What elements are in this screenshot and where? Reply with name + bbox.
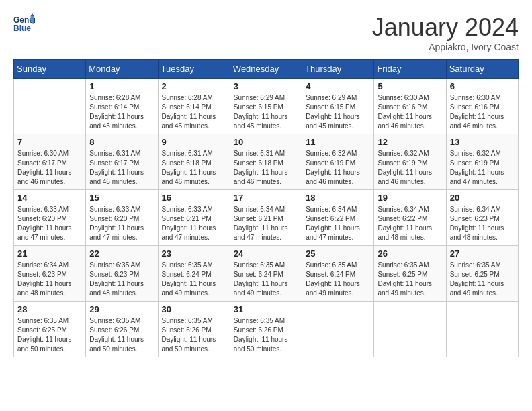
- day-info: Sunrise: 6:35 AMSunset: 6:23 PMDaylight:…: [89, 261, 154, 298]
- day-number: 15: [89, 193, 154, 203]
- calendar-day: 26 Sunrise: 6:35 AMSunset: 6:25 PMDaylig…: [374, 246, 446, 302]
- title-block: January 2024 Appiakro, Ivory Coast: [372, 13, 519, 52]
- day-info: Sunrise: 6:35 AMSunset: 6:26 PMDaylight:…: [162, 316, 226, 354]
- calendar-day: 16 Sunrise: 6:33 AMSunset: 6:21 PMDaylig…: [158, 190, 230, 246]
- day-number: 13: [450, 137, 515, 147]
- day-info: Sunrise: 6:31 AMSunset: 6:18 PMDaylight:…: [234, 149, 298, 187]
- calendar-day: 10 Sunrise: 6:31 AMSunset: 6:18 PMDaylig…: [230, 134, 302, 190]
- calendar-day: 22 Sunrise: 6:35 AMSunset: 6:23 PMDaylig…: [86, 246, 158, 302]
- calendar-day: 31 Sunrise: 6:35 AMSunset: 6:26 PMDaylig…: [230, 302, 302, 357]
- calendar-day: 4 Sunrise: 6:29 AMSunset: 6:15 PMDayligh…: [302, 79, 374, 134]
- day-number: 14: [17, 193, 82, 203]
- calendar-day: [14, 79, 86, 134]
- day-number: 2: [162, 81, 226, 91]
- calendar-day: 6 Sunrise: 6:30 AMSunset: 6:16 PMDayligh…: [446, 79, 518, 134]
- month-title: January 2024: [372, 13, 519, 42]
- day-info: Sunrise: 6:30 AMSunset: 6:17 PMDaylight:…: [17, 149, 82, 187]
- calendar-day: 5 Sunrise: 6:30 AMSunset: 6:16 PMDayligh…: [374, 79, 446, 134]
- calendar-week: 28 Sunrise: 6:35 AMSunset: 6:25 PMDaylig…: [14, 302, 519, 357]
- calendar-day: 2 Sunrise: 6:28 AMSunset: 6:14 PMDayligh…: [158, 79, 230, 134]
- day-number: 20: [450, 193, 515, 203]
- day-number: 23: [162, 248, 226, 259]
- calendar-day: 20 Sunrise: 6:34 AMSunset: 6:23 PMDaylig…: [446, 190, 518, 246]
- day-info: Sunrise: 6:34 AMSunset: 6:22 PMDaylight:…: [378, 205, 442, 242]
- calendar-day: 12 Sunrise: 6:32 AMSunset: 6:19 PMDaylig…: [374, 134, 446, 190]
- day-number: 27: [450, 248, 515, 259]
- day-info: Sunrise: 6:34 AMSunset: 6:22 PMDaylight:…: [306, 205, 370, 242]
- day-info: Sunrise: 6:34 AMSunset: 6:21 PMDaylight:…: [234, 205, 298, 242]
- logo: General Blue: [13, 13, 35, 35]
- day-info: Sunrise: 6:34 AMSunset: 6:23 PMDaylight:…: [450, 205, 515, 242]
- calendar-day: 25 Sunrise: 6:35 AMSunset: 6:24 PMDaylig…: [302, 246, 374, 302]
- day-header: Thursday: [302, 60, 374, 79]
- calendar-day: 24 Sunrise: 6:35 AMSunset: 6:24 PMDaylig…: [230, 246, 302, 302]
- day-info: Sunrise: 6:35 AMSunset: 6:26 PMDaylight:…: [89, 316, 154, 354]
- calendar-day: 3 Sunrise: 6:29 AMSunset: 6:15 PMDayligh…: [230, 79, 302, 134]
- day-number: 11: [306, 137, 370, 147]
- day-number: 31: [234, 304, 298, 314]
- day-number: 3: [234, 81, 298, 91]
- day-number: 22: [89, 248, 154, 259]
- day-info: Sunrise: 6:35 AMSunset: 6:25 PMDaylight:…: [378, 261, 442, 298]
- calendar-day: 30 Sunrise: 6:35 AMSunset: 6:26 PMDaylig…: [158, 302, 230, 357]
- calendar-day: [446, 302, 518, 357]
- page-header: General Blue January 2024 Appiakro, Ivor…: [13, 13, 519, 52]
- day-number: 17: [234, 193, 298, 203]
- calendar-day: 23 Sunrise: 6:35 AMSunset: 6:24 PMDaylig…: [158, 246, 230, 302]
- svg-marker-3: [31, 13, 34, 16]
- day-number: 1: [89, 81, 154, 91]
- day-number: 21: [17, 248, 82, 259]
- day-number: 16: [162, 193, 226, 203]
- calendar-day: 1 Sunrise: 6:28 AMSunset: 6:14 PMDayligh…: [86, 79, 158, 134]
- calendar-day: 21 Sunrise: 6:34 AMSunset: 6:23 PMDaylig…: [14, 246, 86, 302]
- day-info: Sunrise: 6:32 AMSunset: 6:19 PMDaylight:…: [450, 149, 515, 187]
- subtitle: Appiakro, Ivory Coast: [372, 42, 519, 52]
- day-info: Sunrise: 6:31 AMSunset: 6:18 PMDaylight:…: [162, 149, 226, 187]
- calendar-body: 1 Sunrise: 6:28 AMSunset: 6:14 PMDayligh…: [14, 79, 519, 357]
- calendar-day: 13 Sunrise: 6:32 AMSunset: 6:19 PMDaylig…: [446, 134, 518, 190]
- day-info: Sunrise: 6:30 AMSunset: 6:16 PMDaylight:…: [450, 93, 515, 131]
- day-number: 24: [234, 248, 298, 259]
- day-info: Sunrise: 6:33 AMSunset: 6:21 PMDaylight:…: [162, 205, 226, 242]
- svg-text:Blue: Blue: [13, 24, 31, 33]
- calendar-header: SundayMondayTuesdayWednesdayThursdayFrid…: [14, 60, 519, 79]
- logo-icon: General Blue: [13, 13, 35, 35]
- calendar-week: 1 Sunrise: 6:28 AMSunset: 6:14 PMDayligh…: [14, 79, 519, 134]
- calendar-week: 14 Sunrise: 6:33 AMSunset: 6:20 PMDaylig…: [14, 190, 519, 246]
- day-number: 7: [17, 137, 82, 147]
- calendar-day: [302, 302, 374, 357]
- day-number: 29: [89, 304, 154, 314]
- day-number: 6: [450, 81, 515, 91]
- day-number: 18: [306, 193, 370, 203]
- day-number: 9: [162, 137, 226, 147]
- day-number: 19: [378, 193, 442, 203]
- calendar-week: 7 Sunrise: 6:30 AMSunset: 6:17 PMDayligh…: [14, 134, 519, 190]
- calendar-day: [374, 302, 446, 357]
- day-info: Sunrise: 6:33 AMSunset: 6:20 PMDaylight:…: [89, 205, 154, 242]
- calendar-day: 29 Sunrise: 6:35 AMSunset: 6:26 PMDaylig…: [86, 302, 158, 357]
- calendar-day: 7 Sunrise: 6:30 AMSunset: 6:17 PMDayligh…: [14, 134, 86, 190]
- day-info: Sunrise: 6:30 AMSunset: 6:16 PMDaylight:…: [378, 93, 442, 131]
- day-info: Sunrise: 6:33 AMSunset: 6:20 PMDaylight:…: [17, 205, 82, 242]
- calendar-week: 21 Sunrise: 6:34 AMSunset: 6:23 PMDaylig…: [14, 246, 519, 302]
- calendar-day: 18 Sunrise: 6:34 AMSunset: 6:22 PMDaylig…: [302, 190, 374, 246]
- day-number: 4: [306, 81, 370, 91]
- day-info: Sunrise: 6:35 AMSunset: 6:26 PMDaylight:…: [234, 316, 298, 354]
- day-header: Saturday: [446, 60, 518, 79]
- day-header: Wednesday: [230, 60, 302, 79]
- calendar-day: 17 Sunrise: 6:34 AMSunset: 6:21 PMDaylig…: [230, 190, 302, 246]
- day-number: 25: [306, 248, 370, 259]
- day-number: 26: [378, 248, 442, 259]
- day-info: Sunrise: 6:28 AMSunset: 6:14 PMDaylight:…: [89, 93, 154, 131]
- day-info: Sunrise: 6:35 AMSunset: 6:24 PMDaylight:…: [162, 261, 226, 298]
- calendar-day: 15 Sunrise: 6:33 AMSunset: 6:20 PMDaylig…: [86, 190, 158, 246]
- calendar-day: 14 Sunrise: 6:33 AMSunset: 6:20 PMDaylig…: [14, 190, 86, 246]
- calendar-table: SundayMondayTuesdayWednesdayThursdayFrid…: [13, 59, 519, 357]
- day-info: Sunrise: 6:29 AMSunset: 6:15 PMDaylight:…: [306, 93, 370, 131]
- day-info: Sunrise: 6:32 AMSunset: 6:19 PMDaylight:…: [378, 149, 442, 187]
- day-info: Sunrise: 6:35 AMSunset: 6:24 PMDaylight:…: [306, 261, 370, 298]
- day-info: Sunrise: 6:28 AMSunset: 6:14 PMDaylight:…: [162, 93, 226, 131]
- day-number: 12: [378, 137, 442, 147]
- day-info: Sunrise: 6:32 AMSunset: 6:19 PMDaylight:…: [306, 149, 370, 187]
- day-info: Sunrise: 6:35 AMSunset: 6:25 PMDaylight:…: [17, 316, 82, 354]
